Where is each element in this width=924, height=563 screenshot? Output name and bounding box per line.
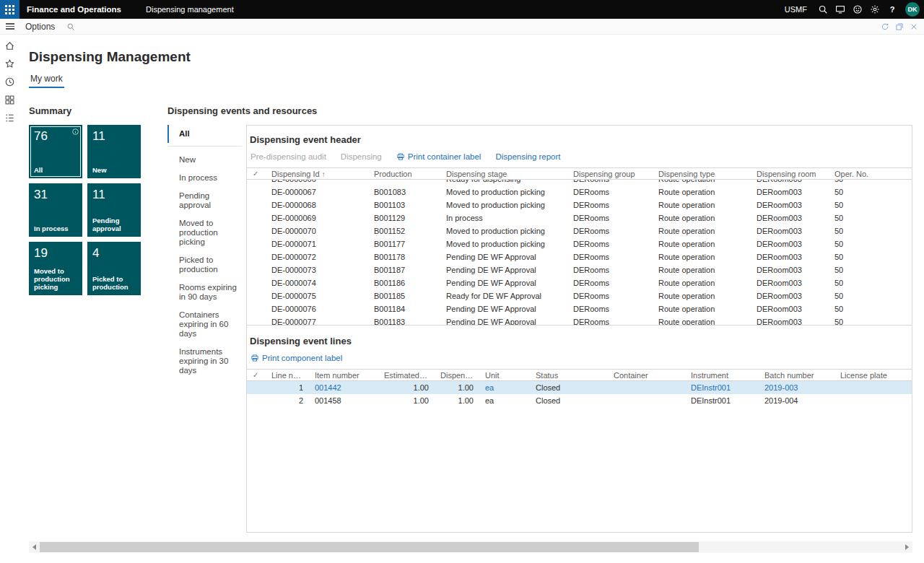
search-page-icon[interactable] [66, 22, 75, 31]
app-launcher-icon[interactable] [0, 0, 19, 19]
nav-workspaces-icon[interactable] [4, 95, 15, 105]
filter-containers-expiring-in-60-days[interactable]: Containers expiring in 60 days [167, 306, 242, 343]
column-header-dispensed-q[interactable]: Dispensed q... [435, 371, 479, 380]
summary-tile-picked-to-production[interactable]: 4Picked to production [87, 242, 141, 295]
table-row[interactable]: DE-0000072B001178Pending DE WF ApprovalD… [247, 250, 912, 263]
column-header-estimated-qu[interactable]: Estimated qu... [378, 371, 435, 380]
filter-new[interactable]: New [167, 151, 242, 169]
table-row[interactable]: DE-0000066Ready for dispensingDERoomsRou… [247, 180, 912, 186]
tile-label: Picked to production [92, 275, 137, 291]
summary-tile-moved-to-production-picking[interactable]: 19Moved to production picking [29, 242, 82, 295]
column-header-dispensing-id[interactable]: Dispensing Id↑ [266, 170, 368, 178]
app-name[interactable]: Finance and Operations [27, 5, 121, 14]
table-row[interactable]: DE-0000067B001083Moved to production pic… [247, 186, 912, 198]
scrollbar-thumb[interactable] [40, 542, 699, 552]
column-header-license-plate[interactable]: License plate [834, 371, 912, 380]
cell-dispensing-id: DE-0000066 [266, 180, 368, 183]
table-row[interactable]: DE-0000071B001177Moved to production pic… [247, 237, 912, 250]
printer-icon [250, 354, 259, 362]
task-recorder-icon[interactable] [832, 0, 849, 19]
table-row[interactable]: DE-0000069B001129In processDERoomsRoute … [247, 211, 912, 224]
filter-picked-to-production[interactable]: Picked to production [167, 251, 242, 279]
avatar[interactable]: DK [905, 2, 920, 17]
table-row[interactable]: DE-0000073B001187Pending DE WF ApprovalD… [247, 263, 912, 276]
search-icon[interactable] [814, 0, 832, 19]
tile-count: 11 [92, 188, 136, 201]
horizontal-scrollbar [29, 541, 912, 553]
column-header-dispensing-room[interactable]: Dispensing room [751, 170, 829, 178]
table-row[interactable]: DE-0000075B001185Ready for DE WF Approva… [247, 289, 912, 302]
column-header-status[interactable]: Status [530, 371, 608, 380]
feedback-icon[interactable] [849, 0, 866, 19]
filter-moved-to-production-picking[interactable]: Moved to production picking [167, 214, 242, 251]
filter-instruments-expiring-in-30-days[interactable]: Instruments expiring in 30 days [167, 343, 242, 380]
refresh-icon[interactable] [878, 19, 892, 35]
print-component-label-button[interactable]: Print component label [250, 354, 342, 362]
summary-tile-pending-approval[interactable]: 11Pending approval [87, 183, 141, 237]
table-row[interactable]: DE-0000068B001103Moved to production pic… [247, 198, 912, 211]
events-panel: Dispensing event header Pre-dispensing a… [246, 125, 912, 533]
cell-dispensing-type: Route operation [653, 318, 751, 326]
print-container-label-button[interactable]: Print container label [396, 152, 481, 161]
cell-dispensing-id: DE-0000067 [266, 188, 368, 196]
column-header-oper-no[interactable]: Oper. No. [829, 170, 912, 178]
company-picker[interactable]: USMF [785, 5, 807, 14]
column-header-line-number[interactable]: Line number [266, 371, 309, 380]
options-menu[interactable]: Options [25, 22, 55, 32]
cell-dispensing-room: DERoom003 [751, 188, 829, 196]
cell-dispensing-group: DERooms [567, 201, 653, 209]
select-column-header[interactable]: ✓ [247, 371, 266, 379]
tile-count: 4 [92, 246, 136, 260]
dispensing-report-button[interactable]: Dispensing report [495, 152, 560, 161]
summary-tile-new[interactable]: 11New [87, 125, 141, 178]
scrollbar-track[interactable] [40, 541, 902, 553]
summary-tile-all[interactable]: 76All [29, 125, 82, 178]
tile-count: 76 [34, 129, 77, 143]
table-row[interactable]: DE-0000076B001184Pending DE WF ApprovalD… [247, 302, 912, 315]
column-header-instrument[interactable]: Instrument [685, 371, 759, 380]
filter-list: AllNewIn processPending approvalMoved to… [167, 125, 246, 380]
nav-recent-icon[interactable] [4, 77, 15, 87]
close-icon[interactable] [907, 19, 921, 35]
filter-pending-approval[interactable]: Pending approval [167, 187, 242, 214]
cell-dispensing-stage: Pending DE WF Approval [440, 279, 567, 287]
column-header-dispensing-group[interactable]: Dispensing group [567, 170, 653, 178]
column-header-unit[interactable]: Unit [479, 371, 530, 380]
table-row[interactable]: 10014421.001.00eaClosedDEInstr0012019-00… [247, 381, 912, 394]
cell-oper-no: 50 [829, 279, 912, 287]
header-panel-toolbar: Pre-dispensing auditDispensingPrint cont… [247, 145, 912, 167]
column-header-batch-number[interactable]: Batch number [759, 371, 834, 380]
cell-dispensing-id: DE-0000076 [266, 305, 368, 313]
help-icon[interactable]: ? [884, 0, 901, 19]
scroll-right-arrow[interactable] [902, 541, 912, 553]
menu-icon[interactable] [0, 19, 19, 35]
summary-tile-in-process[interactable]: 31In process [29, 183, 82, 237]
column-header-production[interactable]: Production [368, 170, 440, 178]
breadcrumb[interactable]: Dispensing management [146, 5, 234, 14]
filter-rooms-expiring-in-90-days[interactable]: Rooms expiring in 90 days [167, 279, 242, 306]
svg-text:?: ? [890, 5, 895, 14]
column-header-dispensing-type[interactable]: Dispensing type [653, 170, 751, 178]
filter-in-process[interactable]: In process [167, 169, 242, 187]
tile-label: Pending approval [92, 217, 137, 232]
tab-my-work[interactable]: My work [29, 74, 64, 88]
right-triangle-icon [905, 544, 909, 550]
table-row[interactable]: 20014581.001.00eaClosedDEInstr0012019-00… [247, 394, 912, 407]
column-header-item-number[interactable]: Item number [309, 371, 378, 380]
popout-icon[interactable] [892, 19, 907, 35]
nav-home-icon[interactable] [4, 40, 15, 51]
nav-favorites-icon[interactable] [4, 58, 15, 69]
settings-icon[interactable] [866, 0, 884, 19]
table-row[interactable]: DE-0000070B001152Moved to production pic… [247, 224, 912, 237]
cell-dispensed-q: 1.00 [435, 383, 479, 392]
filter-all[interactable]: All [167, 125, 242, 143]
column-header-dispensing-stage[interactable]: Dispensing stage [440, 170, 567, 178]
scroll-left-arrow[interactable] [29, 541, 40, 553]
info-icon[interactable] [71, 128, 79, 136]
select-column-header[interactable]: ✓ [247, 170, 266, 178]
column-header-container[interactable]: Container [608, 371, 685, 380]
topbar-actions: USMF ? DK [785, 0, 924, 19]
table-row[interactable]: DE-0000077B001183Pending DE WF ApprovalD… [247, 315, 912, 326]
nav-modules-icon[interactable] [4, 113, 15, 123]
table-row[interactable]: DE-0000074B001186Pending DE WF ApprovalD… [247, 276, 912, 289]
